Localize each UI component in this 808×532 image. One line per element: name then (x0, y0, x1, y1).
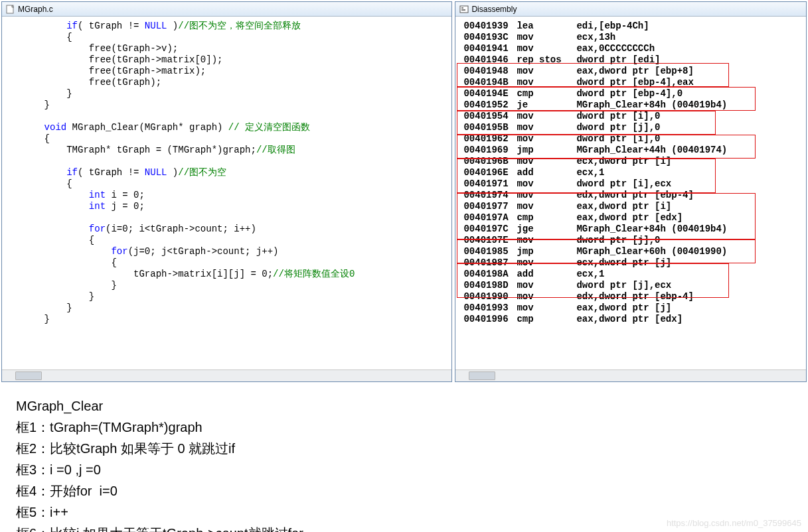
asm-line[interactable]: 0040197CjgeMGraph_Clear+84h (004019b4) (463, 224, 803, 235)
code-line: for(i=0; i<tGraph->count; i++) (22, 224, 449, 235)
disassembly-area[interactable]: 00401939leaedi,[ebp-4Ch]0040193Cmovecx,1… (455, 17, 806, 328)
asm-line[interactable]: 00401941moveax,0CCCCCCCCh (463, 43, 803, 54)
asm-line[interactable]: 00401969jmpMGraph_Clear+44h (00401974) (463, 145, 803, 156)
asm-line[interactable]: 0040195Bmovdword ptr [j],0 (463, 122, 803, 133)
asm-line[interactable]: 00401990movedx,dword ptr [ebp-4] (463, 291, 803, 302)
c-file-icon (6, 5, 15, 14)
scrollbar-thumb[interactable] (469, 371, 495, 380)
asm-line[interactable]: 00401962movdword ptr [i],0 (463, 133, 803, 145)
asm-line[interactable]: 0040198Dmovdword ptr [j],ecx (463, 280, 803, 291)
disassembly-pane: Disassembly 00401939leaedi,[ebp-4Ch]0040… (455, 1, 807, 382)
asm-line[interactable]: 0040193Cmovecx,13h (463, 32, 803, 43)
svg-rect-2 (461, 7, 463, 9)
asm-line[interactable]: 00401971movdword ptr [i],ecx (463, 178, 803, 190)
note-line: 框4：开始for i=0 (16, 480, 808, 501)
scrollbar-thumb[interactable] (15, 371, 42, 380)
note-line: 框3：i =0 ,j =0 (16, 459, 808, 480)
code-line: { (22, 32, 449, 43)
asm-line[interactable]: 0040198Aaddecx,1 (463, 269, 803, 280)
code-line: } (22, 314, 449, 325)
code-line: free(tGraph->v); (22, 43, 449, 54)
source-code-area[interactable]: if( tGraph != NULL )//图不为空，将空间全部释放 { fre… (2, 17, 451, 369)
code-line: if( tGraph != NULL )//图不为空，将空间全部释放 (22, 21, 449, 32)
code-line: void MGraph_Clear(MGraph* graph) // 定义清空… (22, 122, 449, 133)
asm-line[interactable]: 00401954movdword ptr [i],0 (463, 111, 803, 122)
src-h-scrollbar[interactable] (2, 369, 451, 381)
code-line: } (22, 88, 449, 100)
code-line: for(j=0; j<tGraph->count; j++) (22, 246, 449, 257)
svg-rect-3 (461, 9, 465, 11)
asm-line[interactable]: 0040196Eaddecx,1 (463, 167, 803, 178)
code-line: int i = 0; (22, 190, 449, 201)
asm-line[interactable]: 00401987movecx,dword ptr [j] (463, 257, 803, 269)
asm-line[interactable]: 00401946rep stosdword ptr [edi] (463, 54, 803, 66)
code-line (22, 156, 449, 167)
code-line (22, 212, 449, 224)
source-titlebar[interactable]: MGraph.c (2, 2, 451, 17)
asm-line[interactable]: 00401985jmpMGraph_Clear+60h (00401990) (463, 246, 803, 257)
asm-line[interactable]: 00401952jeMGraph_Clear+84h (004019b4) (463, 100, 803, 111)
disasm-titlebar[interactable]: Disassembly (455, 2, 806, 17)
asm-line[interactable]: 00401977moveax,dword ptr [i] (463, 201, 803, 212)
code-line: } (22, 280, 449, 291)
asm-line[interactable]: 00401993moveax,dword ptr [j] (463, 302, 803, 314)
notes-heading: MGraph_Clear (16, 395, 808, 417)
code-line: } (22, 291, 449, 302)
code-line: } (22, 302, 449, 314)
code-line: TMGraph* tGraph = (TMGraph*)graph;//取得图 (22, 145, 449, 156)
code-line: { (22, 178, 449, 190)
watermark: https://blog.csdn.net/m0_37599645 (667, 518, 801, 528)
code-line: tGraph->matrix[i][j] = 0;//将矩阵数值全设0 (22, 269, 449, 280)
source-code-pane: MGraph.c if( tGraph != NULL )//图不为空，将空间全… (1, 1, 452, 382)
asm-line[interactable]: 00401948moveax,dword ptr [ebp+8] (463, 66, 803, 77)
code-line: { (22, 257, 449, 269)
source-title: MGraph.c (18, 5, 53, 14)
note-line: 框2：比较tGraph 如果等于 0 就跳过if (16, 438, 808, 459)
code-line: if( tGraph != NULL )//图不为空 (22, 167, 449, 178)
asm-line[interactable]: 0040197Acmpeax,dword ptr [edx] (463, 212, 803, 224)
disasm-icon (459, 5, 469, 14)
code-line: free(tGraph->matrix[0]); (22, 54, 449, 66)
code-line: { (22, 235, 449, 246)
code-line (22, 111, 449, 122)
note-line: 框1：tGraph=(TMGraph*)graph (16, 417, 808, 438)
code-line: { (22, 133, 449, 145)
code-line: free(tGraph->matrix); (22, 66, 449, 77)
code-line: int j = 0; (22, 201, 449, 212)
asm-line[interactable]: 0040197Emovdword ptr [j],0 (463, 235, 803, 246)
asm-line[interactable]: 00401996cmpeax,dword ptr [edx] (463, 314, 803, 325)
disasm-title: Disassembly (471, 5, 517, 14)
notes-section: MGraph_Clear 框1：tGraph=(TMGraph*)graph框2… (0, 383, 808, 532)
asm-line[interactable]: 0040194Ecmpdword ptr [ebp-4],0 (463, 88, 803, 100)
code-line: free(tGraph); (22, 77, 449, 88)
asm-line[interactable]: 00401974movedx,dword ptr [ebp-4] (463, 190, 803, 201)
asm-line[interactable]: 0040196Bmovecx,dword ptr [i] (463, 156, 803, 167)
asm-line[interactable]: 0040194Bmovdword ptr [ebp-4],eax (463, 77, 803, 88)
code-line: } (22, 100, 449, 111)
asm-line[interactable]: 00401939leaedi,[ebp-4Ch] (463, 21, 803, 32)
disasm-h-scrollbar[interactable] (455, 369, 806, 381)
